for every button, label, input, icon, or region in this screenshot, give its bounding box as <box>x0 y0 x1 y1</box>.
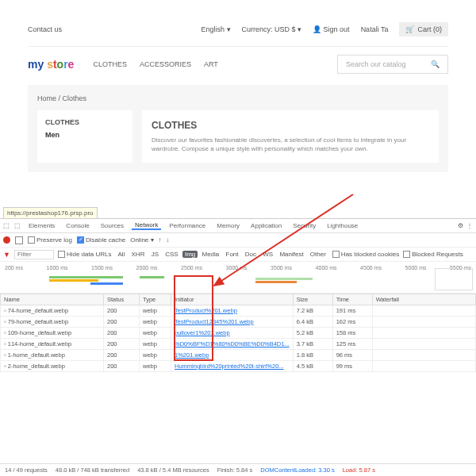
throttling-select[interactable]: Online ▾ <box>130 236 153 244</box>
sidebar: CLOTHES Men <box>37 110 132 163</box>
language-selector[interactable]: English ▾ <box>201 25 230 33</box>
nav-accessories[interactable]: ACCESSORIES <box>140 60 191 68</box>
signout-link[interactable]: 👤 Sign out <box>313 25 350 33</box>
table-row[interactable]: ▫ 2-home_default.webp200webpHummingbird%… <box>1 361 476 372</box>
nav-art[interactable]: ART <box>204 60 218 68</box>
filter-js[interactable]: JS <box>149 251 161 258</box>
filter-manifest[interactable]: Manifest <box>277 251 305 258</box>
filter-css[interactable]: CSS <box>163 251 180 258</box>
blocked-requests-checkbox[interactable]: Blocked Requests <box>403 251 463 258</box>
page-desc: Discover our favorites fashionable disco… <box>152 136 429 153</box>
col-type[interactable]: Type <box>140 294 171 305</box>
table-row[interactable]: ▫ 79-home_default.webp200webpTestProduct… <box>1 317 476 328</box>
filter-xhr[interactable]: XHR <box>129 251 148 258</box>
main-content: CLOTHES Discover our favorites fashionab… <box>142 110 439 163</box>
devtools-tab-application[interactable]: Application <box>248 222 285 229</box>
record-icon[interactable] <box>3 236 10 244</box>
devtools-tab-security[interactable]: Security <box>290 222 319 229</box>
inspect-icon[interactable]: ⬚ <box>3 222 10 229</box>
timeline[interactable]: 200 ms1000 ms1500 ms2000 ms2500 ms3000 m… <box>0 262 476 294</box>
settings-icon[interactable]: ⚙ <box>458 222 463 229</box>
blocked-cookies-checkbox[interactable]: Has blocked cookies <box>332 251 399 258</box>
filter-input[interactable] <box>14 250 54 259</box>
clear-icon[interactable] <box>15 236 23 244</box>
filter-media[interactable]: Media <box>200 251 222 258</box>
table-row[interactable]: ▫ 109-home_default.webp200webppullover1%… <box>1 328 476 339</box>
filter-doc[interactable]: Doc <box>243 251 259 258</box>
currency-selector[interactable]: Currency: USD $ ▾ <box>242 25 302 33</box>
status-bar: 14 / 49 requests 48.0 kB / 748 kB transf… <box>0 463 476 476</box>
devtools-tab-sources[interactable]: Sources <box>98 222 127 229</box>
search-icon: 🔍 <box>431 60 440 68</box>
username-link[interactable]: Natali Ta <box>361 25 389 33</box>
col-initiator[interactable]: Initiator <box>171 294 294 305</box>
table-row[interactable]: ▫ 114-home_default.webp200webp%D0%BF%D1%… <box>1 339 476 350</box>
timeline-overview <box>435 268 473 290</box>
table-row[interactable]: ▫ 74-home_default.webp200webpTestProduct… <box>1 305 476 317</box>
sidebar-title: CLOTHES <box>45 118 125 126</box>
sidebar-item-men[interactable]: Men <box>45 131 125 139</box>
table-row[interactable]: ▫ 1-home_default.webp200webp1%201.webp1.… <box>1 350 476 361</box>
devtools-tab-console[interactable]: Console <box>63 222 92 229</box>
devtools-tab-memory[interactable]: Memory <box>213 222 243 229</box>
col-name[interactable]: Name <box>1 294 104 305</box>
filter-all[interactable]: All <box>115 251 127 258</box>
logo[interactable]: my store <box>28 58 74 71</box>
col-size[interactable]: Size <box>293 294 332 305</box>
filter-ws[interactable]: WS <box>260 251 275 258</box>
device-icon[interactable]: ⬚ <box>14 222 21 229</box>
url-tooltip: https://prestashop176.prsp.pro <box>3 207 98 219</box>
col-time[interactable]: Time <box>332 294 372 305</box>
search-input[interactable]: Search our catalog 🔍 <box>337 55 448 74</box>
hide-urls-checkbox[interactable]: Hide data URLs <box>58 251 111 258</box>
col-status[interactable]: Status <box>104 294 140 305</box>
devtools-tab-performance[interactable]: Performance <box>166 222 209 229</box>
devtools-tab-elements[interactable]: Elements <box>25 222 58 229</box>
more-icon[interactable]: ⋮ <box>466 222 473 229</box>
upload-icon[interactable]: ↑ <box>159 236 162 244</box>
contact-link[interactable]: Contact us <box>28 25 62 33</box>
download-icon[interactable]: ↓ <box>167 236 170 244</box>
breadcrumb: Home / Clothes <box>28 94 448 110</box>
preserve-log-checkbox[interactable]: Preserve log <box>28 236 72 244</box>
devtools-panel: ⬚ ⬚ ElementsConsoleSourcesNetworkPerform… <box>0 218 476 476</box>
filter-icon[interactable]: ▼ <box>3 251 10 259</box>
filter-other[interactable]: Other <box>308 251 328 258</box>
page-title: CLOTHES <box>152 120 429 131</box>
devtools-tab-network[interactable]: Network <box>132 221 161 230</box>
nav-clothes[interactable]: CLOTHES <box>93 60 127 68</box>
filter-font[interactable]: Font <box>224 251 241 258</box>
filter-img[interactable]: Img <box>182 251 198 258</box>
devtools-tab-lighthouse[interactable]: Lighthouse <box>324 222 361 229</box>
cart-button[interactable]: 🛒 Cart (0) <box>399 22 448 36</box>
network-table: Name Status Type Initiator Size Time Wat… <box>0 294 476 372</box>
col-waterfall[interactable]: Waterfall <box>372 294 475 305</box>
disable-cache-checkbox[interactable]: Disable cache <box>77 236 125 244</box>
